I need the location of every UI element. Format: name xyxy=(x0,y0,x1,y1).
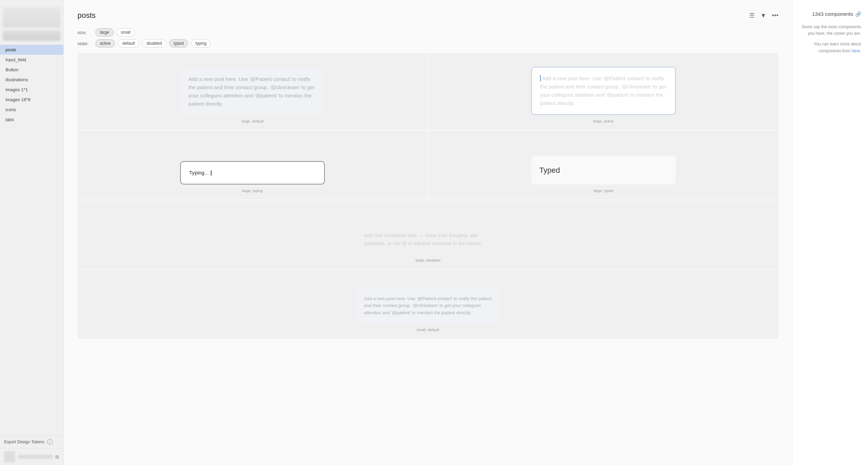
sidebar-item-input_field[interactable]: Input_field xyxy=(0,55,63,65)
state-filter-disabled[interactable]: disabled xyxy=(142,39,166,47)
post-input-large-typing[interactable]: Typing... xyxy=(180,161,325,184)
page-header: posts ☰ ▼ ••• xyxy=(78,11,778,20)
component-cell-large-active: Add a new post here. Use '@Patient conta… xyxy=(428,53,779,130)
component-inner-small-default: Add a new post here. Use '@Patient conta… xyxy=(356,288,500,324)
right-panel-desc1: Some say the more components you have, t… xyxy=(799,24,861,37)
state-filter-typed[interactable]: typed xyxy=(169,39,188,47)
content-area: posts ☰ ▼ ••• size: largesmall state: ac… xyxy=(64,0,792,465)
component-inner-large-typing: Typing... xyxy=(180,161,325,184)
component-cell-large-typing: Typing... large, typing xyxy=(78,131,428,200)
post-input-large-typed[interactable]: Typed xyxy=(531,156,676,184)
filter-icon[interactable]: ⊞ xyxy=(55,454,59,459)
more-options-icon[interactable]: ••• xyxy=(772,12,778,19)
component-cell-large-default: Add a new post here. Use '@Patient conta… xyxy=(78,53,428,130)
page-title: posts xyxy=(78,11,96,20)
sidebar-item-icons[interactable]: icons xyxy=(0,105,63,115)
right-panel-link[interactable]: here. xyxy=(852,49,861,53)
cursor xyxy=(211,170,211,176)
component-cell-large-disabled: Add new comments here — share your thoug… xyxy=(78,200,778,269)
post-input-small-default[interactable]: Add a new post here. Use '@Patient conta… xyxy=(356,288,500,324)
component-label-large-disabled: large, disabled xyxy=(416,258,441,262)
post-input-large-active[interactable]: Add a new post here. Use '@Patient conta… xyxy=(531,67,676,115)
sidebar-item-images_1x1[interactable]: images 1*1 xyxy=(0,85,63,95)
right-panel-desc2: You can learn more about components from… xyxy=(799,41,861,54)
state-filter-typing[interactable]: typing xyxy=(191,39,211,47)
component-grid: Add a new post here. Use '@Patient conta… xyxy=(78,53,778,339)
sidebar-user-avatar xyxy=(4,451,15,462)
component-label-small-default: small, default xyxy=(417,328,439,332)
sidebar-item-illustrations[interactable]: illustrations xyxy=(0,75,63,85)
state-filter-row: state: activedefaultdisabledtypedtyping xyxy=(78,39,778,47)
components-count: 1343 components 🔗 xyxy=(799,11,861,17)
sidebar-blurred-top xyxy=(3,7,61,28)
post-input-large-disabled: Add new comments here — share your thoug… xyxy=(356,225,500,254)
component-inner-large-disabled: Add new comments here — share your thoug… xyxy=(356,225,500,254)
sidebar-top: postsInput_fieldButtonillustrationsimage… xyxy=(0,0,63,435)
sidebar-footer: ⊞ xyxy=(0,448,63,465)
sidebar-item-button[interactable]: Button xyxy=(0,65,63,75)
post-input-large-default[interactable]: Add a new post here. Use '@Patient conta… xyxy=(180,68,325,115)
list-view-icon[interactable]: ☰ xyxy=(749,12,755,19)
export-label: Export Design Tokens xyxy=(4,440,44,444)
header-actions: ☰ ▼ ••• xyxy=(749,12,778,19)
dropdown-icon[interactable]: ▼ xyxy=(760,12,766,19)
component-inner-large-default: Add a new post here. Use '@Patient conta… xyxy=(180,68,325,115)
component-cell-small-default: Add a new post here. Use '@Patient conta… xyxy=(78,270,778,339)
component-label-large-active: large, active xyxy=(593,119,613,123)
state-filter-label: state: xyxy=(78,41,91,46)
component-label-large-default: large, default xyxy=(241,119,264,123)
info-icon: i xyxy=(47,439,53,445)
component-inner-large-typed: Typed xyxy=(531,156,676,184)
cursor-blue xyxy=(540,75,541,81)
components-link-icon: 🔗 xyxy=(855,11,861,17)
size-filter-small[interactable]: small xyxy=(116,28,135,36)
size-filter-large[interactable]: large xyxy=(95,28,114,36)
sidebar-user-name xyxy=(18,455,52,459)
component-label-large-typing: large, typing xyxy=(242,189,263,193)
component-inner-large-active: Add a new post here. Use '@Patient conta… xyxy=(531,67,676,115)
sidebar-item-tabs[interactable]: tabs xyxy=(0,115,63,125)
sidebar-nav: postsInput_fieldButtonillustrationsimage… xyxy=(0,43,63,126)
sidebar: postsInput_fieldButtonillustrationsimage… xyxy=(0,0,64,465)
right-panel: 1343 components 🔗 Some say the more comp… xyxy=(792,0,868,465)
size-filter-row: size: largesmall xyxy=(78,28,778,36)
component-label-large-typed: large, typed xyxy=(593,189,613,193)
component-cell-large-typed: Typedlarge, typed xyxy=(428,131,779,200)
sidebar-blurred-mid xyxy=(3,30,61,41)
state-filter-active[interactable]: active xyxy=(95,39,115,47)
sidebar-item-images_16x9[interactable]: images 16*9 xyxy=(0,95,63,105)
sidebar-item-posts[interactable]: posts xyxy=(0,45,63,55)
state-filter-default[interactable]: default xyxy=(118,39,139,47)
components-count-label: 1343 components xyxy=(812,11,853,17)
sidebar-export[interactable]: Export Design Tokens i xyxy=(0,435,63,448)
size-filter-label: size: xyxy=(78,30,91,35)
main: posts ☰ ▼ ••• size: largesmall state: ac… xyxy=(64,0,868,465)
